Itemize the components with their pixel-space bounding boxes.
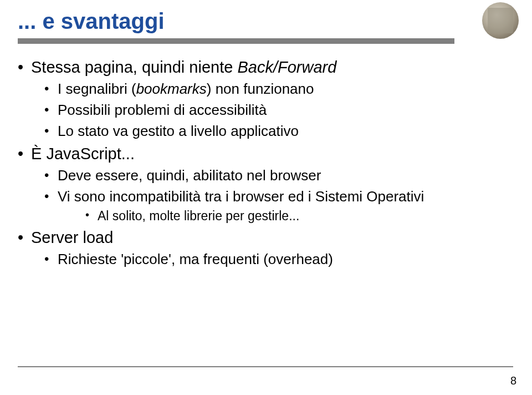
seal-inner (488, 8, 513, 33)
bullet-text: Stessa pagina, quindi niente (31, 58, 237, 76)
bullet-list-level3: Al solito, molte librerie per gestirle..… (58, 207, 514, 225)
bullet-text: Al solito, molte librerie per gestirle..… (98, 209, 299, 223)
bullet-text: È JavaScript... (31, 145, 135, 163)
bullet-italic: Back/Forward (237, 58, 336, 76)
bullet-text: I segnalibri ( (58, 80, 136, 97)
bullet-item: Possibili problemi di accessibilità (31, 100, 514, 120)
slide-title: ... e svantaggi (18, 9, 514, 34)
bullet-list-level2: Deve essere, quindi, abilitato nel brows… (31, 166, 514, 225)
bullet-item: È JavaScript... Deve essere, quindi, abi… (18, 143, 514, 226)
bullet-item: Server load Richieste 'piccole', ma freq… (18, 226, 514, 270)
bullet-text: Possibili problemi di accessibilità (58, 102, 267, 118)
bullet-item: I segnalibri (bookmarks) non funzionano (31, 79, 514, 99)
title-divider (18, 38, 454, 44)
bullet-italic: bookmarks (136, 80, 207, 97)
page-number: 8 (510, 374, 516, 387)
bullet-item: Stessa pagina, quindi niente Back/Forwar… (18, 56, 514, 141)
bullet-item: Al solito, molte librerie per gestirle..… (58, 207, 514, 225)
slide: ... e svantaggi Stessa pagina, quindi ni… (0, 0, 532, 395)
bullet-item: Richieste 'piccole', ma frequenti (overh… (31, 250, 514, 270)
bullet-item: Deve essere, quindi, abilitato nel brows… (31, 166, 514, 186)
bullet-list-level2: Richieste 'piccole', ma frequenti (overh… (31, 250, 514, 270)
university-seal-logo (482, 2, 519, 39)
slide-content: Stessa pagina, quindi niente Back/Forwar… (18, 56, 514, 270)
bottom-divider (18, 366, 513, 367)
bullet-item: Vi sono incompatibilità tra i browser ed… (31, 187, 514, 226)
bullet-text: Vi sono incompatibilità tra i browser ed… (58, 188, 424, 205)
bullet-text: Server load (31, 229, 113, 246)
bullet-item: Lo stato va gestito a livello applicativ… (31, 121, 514, 141)
bullet-text: Deve essere, quindi, abilitato nel brows… (58, 167, 321, 184)
bullet-list-level2: I segnalibri (bookmarks) non funzionano … (31, 79, 514, 141)
bullet-text: Richieste 'piccole', ma frequenti (overh… (58, 251, 333, 267)
bullet-text: Lo stato va gestito a livello applicativ… (58, 123, 299, 139)
bullet-text: ) non funzionano (207, 80, 314, 97)
bullet-list-level1: Stessa pagina, quindi niente Back/Forwar… (18, 56, 514, 270)
